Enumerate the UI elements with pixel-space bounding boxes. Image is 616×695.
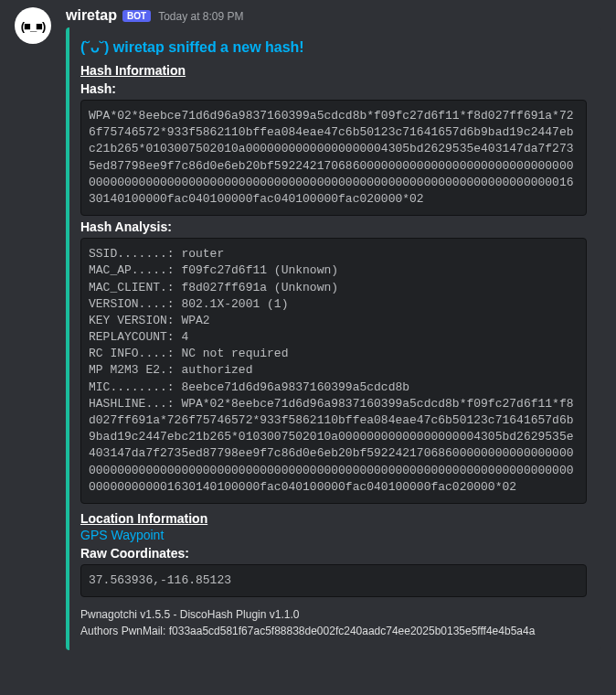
username[interactable]: wiretap [66, 7, 117, 24]
hash-analysis-codeblock[interactable]: SSID.......: router MAC_AP.....: f09fc27… [80, 238, 587, 504]
hash-analysis-label: Hash Analysis: [80, 219, 587, 234]
gps-waypoint-link[interactable]: GPS Waypoint [80, 528, 587, 542]
footer-line2: Authors PwnMail: f033aa5cd581f67ac5f8883… [80, 623, 587, 639]
hash-info-heading: Hash Information [80, 63, 587, 78]
raw-coords-codeblock[interactable]: 37.563936,-116.85123 [80, 564, 587, 597]
embed-title: (˘ᴗ˘) wiretap sniffed a new hash! [80, 38, 587, 56]
timestamp: Today at 8:09 PM [158, 10, 243, 23]
embed: (˘ᴗ˘) wiretap sniffed a new hash! Hash I… [66, 27, 601, 650]
message-header: wiretap BOT Today at 8:09 PM [66, 7, 601, 24]
raw-coords-label: Raw Coordinates: [80, 546, 587, 561]
discord-message: (■_■) wiretap BOT Today at 8:09 PM (˘ᴗ˘)… [0, 0, 616, 658]
hash-codeblock[interactable]: WPA*02*8eebce71d6d96a9837160399a5cdcd8b*… [80, 100, 587, 216]
footer-line1: Pwnagotchi v1.5.5 - DiscoHash Plugin v1.… [80, 606, 587, 623]
message-content: wiretap BOT Today at 8:09 PM (˘ᴗ˘) wiret… [66, 7, 601, 650]
hash-label: Hash: [80, 81, 587, 96]
location-info-heading: Location Information [80, 511, 587, 526]
avatar-text: (■_■) [21, 19, 46, 33]
avatar[interactable]: (■_■) [15, 7, 51, 44]
bot-tag: BOT [122, 10, 151, 22]
embed-footer: Pwnagotchi v1.5.5 - DiscoHash Plugin v1.… [80, 606, 587, 639]
